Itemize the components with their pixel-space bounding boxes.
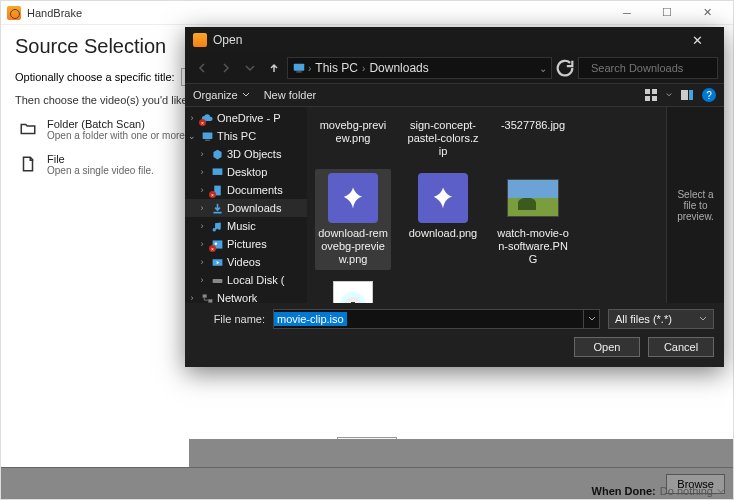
dlg-titlebar: Open ✕	[185, 27, 724, 53]
maximize-button[interactable]: ☐	[647, 2, 687, 24]
open-dialog: Open ✕ › This PC › Downloads ⌄ Organize …	[185, 27, 724, 367]
filename-value: movie-clip.iso	[274, 312, 347, 326]
when-done: When Done: Do nothing	[592, 483, 725, 499]
disk-icon	[210, 273, 224, 287]
file-icon	[17, 153, 39, 175]
preview-pane: Select a file to preview.	[666, 107, 724, 303]
svg-rect-0	[294, 64, 305, 71]
tree-music[interactable]: ›Music	[185, 217, 307, 235]
opt-title-label: Optionally choose a specific title:	[15, 71, 175, 83]
file-item[interactable]: movie-clip.iso	[315, 276, 391, 303]
chevron-down-icon	[717, 487, 725, 495]
tree-desktop[interactable]: ›Desktop	[185, 163, 307, 181]
chevron-down-icon	[242, 91, 250, 99]
svg-rect-18	[208, 299, 212, 302]
tree-videos[interactable]: ›Videos	[185, 253, 307, 271]
tree-network[interactable]: ›Network	[185, 289, 307, 303]
iso-icon	[333, 281, 373, 303]
dlg-navbar: › This PC › Downloads ⌄	[185, 53, 724, 83]
desktop-icon	[210, 165, 224, 179]
hb-graybar	[189, 439, 733, 467]
nav-forward-button[interactable]	[215, 57, 237, 79]
when-done-value[interactable]: Do nothing	[660, 485, 713, 497]
tree-downloads[interactable]: ›Downloads	[185, 199, 307, 217]
pc-icon	[200, 129, 214, 143]
filename-history-dropdown[interactable]	[583, 310, 599, 328]
filename-label: File name:	[195, 313, 265, 325]
file-item[interactable]: download-removebg-preview.png	[315, 169, 391, 271]
acrobat-icon	[418, 173, 468, 223]
dlg-title: Open	[213, 33, 678, 47]
file-item[interactable]: watch-movie-on-software.PNG	[495, 169, 571, 271]
dlg-main: ›×OneDrive - P ⌄This PC ›3D Objects ›Des…	[185, 107, 724, 303]
dlg-bottom: File name: movie-clip.iso All files (*.*…	[185, 303, 724, 367]
svg-rect-4	[652, 89, 657, 94]
network-icon	[200, 291, 214, 303]
pc-icon	[292, 61, 306, 75]
search-input[interactable]	[591, 62, 729, 74]
downloads-icon	[210, 201, 224, 215]
chevron-right-icon: ›	[308, 63, 311, 74]
nav-recent-button[interactable]	[239, 57, 261, 79]
file-title: File	[47, 153, 154, 165]
videos-icon	[210, 255, 224, 269]
folder-tree[interactable]: ›×OneDrive - P ⌄This PC ›3D Objects ›Des…	[185, 107, 307, 303]
chevron-down-icon[interactable]: ⌄	[539, 63, 547, 74]
when-done-label: When Done:	[592, 485, 656, 497]
svg-rect-1	[296, 72, 301, 73]
svg-rect-7	[681, 90, 688, 100]
svg-rect-8	[689, 90, 693, 100]
svg-rect-11	[212, 168, 222, 175]
dlg-open-button[interactable]: Open	[574, 337, 640, 357]
chevron-right-icon: ›	[362, 63, 365, 74]
search-box[interactable]	[578, 57, 718, 79]
help-button[interactable]: ?	[702, 88, 716, 102]
preview-pane-button[interactable]	[678, 86, 696, 104]
file-type-filter[interactable]: All files (*.*)	[608, 309, 714, 329]
folder-icon	[17, 118, 39, 140]
nav-up-button[interactable]	[263, 57, 285, 79]
chevron-down-icon[interactable]	[666, 92, 672, 98]
acrobat-icon	[328, 173, 378, 223]
image-thumbnail	[507, 179, 559, 217]
file-item[interactable]: -3527786.jpg	[495, 111, 571, 163]
tree-3dobjects[interactable]: ›3D Objects	[185, 145, 307, 163]
svg-rect-17	[202, 294, 206, 297]
file-item[interactable]: download.png	[405, 169, 481, 271]
collapse-icon[interactable]: ⌄	[187, 131, 197, 141]
svg-rect-10	[205, 139, 210, 140]
svg-rect-6	[652, 96, 657, 101]
file-item[interactable]: movebg-preview.png	[315, 111, 391, 163]
path-downloads[interactable]: Downloads	[367, 61, 430, 75]
svg-rect-16	[212, 278, 222, 282]
organize-menu[interactable]: Organize	[193, 89, 250, 101]
tree-documents[interactable]: ›×Documents	[185, 181, 307, 199]
address-bar[interactable]: › This PC › Downloads ⌄	[287, 57, 552, 79]
svg-rect-3	[645, 89, 650, 94]
documents-icon: ×	[210, 183, 224, 197]
hb-titlebar: HandBrake ─ ☐ ✕	[1, 1, 733, 25]
cloud-icon: ×	[200, 111, 214, 125]
refresh-button[interactable]	[554, 57, 576, 79]
file-item[interactable]: sign-concept-pastel-colors.zip	[405, 111, 481, 163]
dlg-toolbar: Organize New folder ?	[185, 83, 724, 107]
svg-point-14	[214, 242, 216, 244]
file-list[interactable]: movebg-preview.png sign-concept-pastel-c…	[307, 107, 666, 303]
filename-combobox[interactable]: movie-clip.iso	[273, 309, 600, 329]
expand-icon[interactable]: ›	[187, 113, 197, 123]
tree-onedrive[interactable]: ›×OneDrive - P	[185, 109, 307, 127]
dlg-close-button[interactable]: ✕	[678, 27, 716, 53]
tree-thispc[interactable]: ⌄This PC	[185, 127, 307, 145]
close-button[interactable]: ✕	[687, 2, 727, 24]
nav-back-button[interactable]	[191, 57, 213, 79]
view-mode-button[interactable]	[642, 86, 660, 104]
chevron-down-icon	[699, 315, 707, 323]
tree-pictures[interactable]: ›×Pictures	[185, 235, 307, 253]
dlg-cancel-button[interactable]: Cancel	[648, 337, 714, 357]
minimize-button[interactable]: ─	[607, 2, 647, 24]
tree-localdisk[interactable]: ›Local Disk (	[185, 271, 307, 289]
new-folder-button[interactable]: New folder	[264, 89, 317, 101]
svg-rect-9	[202, 132, 212, 139]
pictures-icon: ×	[210, 237, 224, 251]
path-thispc[interactable]: This PC	[313, 61, 360, 75]
